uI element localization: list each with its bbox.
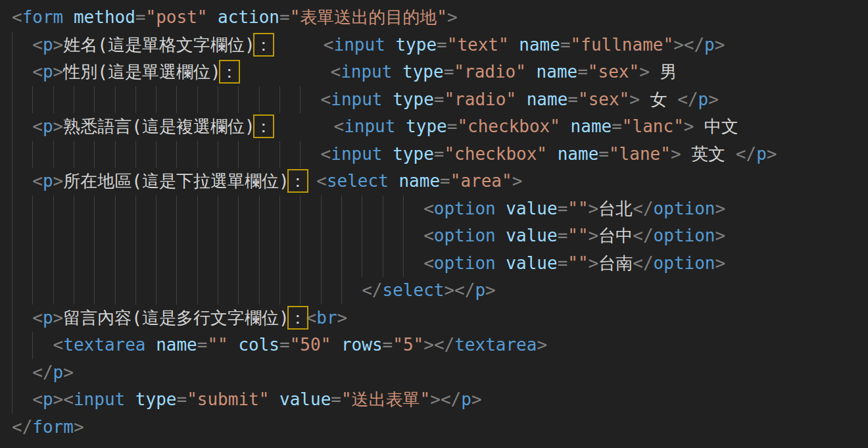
- token-punctuation: </: [633, 226, 653, 245]
- token-attribute-name: method: [74, 7, 135, 27]
- token-punctuation: >: [423, 335, 434, 355]
- indent-guides: [12, 86, 321, 114]
- token-text: [496, 253, 506, 273]
- token-punctuation: >: [337, 308, 348, 328]
- token-string: "": [567, 226, 588, 245]
- token-punctuation: <: [321, 144, 331, 164]
- unicode-highlight-colon: ：: [289, 171, 306, 191]
- code-line-6[interactable]: <input type="checkbox" name="lane"> 英文 <…: [12, 141, 868, 168]
- token-string: "表單送出的目的地": [290, 7, 447, 27]
- token-tag: option: [654, 253, 715, 273]
- token-punctuation: </: [434, 335, 454, 355]
- token-text: [228, 335, 239, 355]
- code-line-14[interactable]: </p>: [12, 359, 868, 387]
- token-text: [238, 62, 331, 82]
- token-string: "post": [146, 7, 208, 27]
- code-line-3[interactable]: <p>性別(這是單選欄位)： <input type="radio" name=…: [12, 59, 868, 86]
- token-text: [125, 389, 135, 409]
- token-text: 台北: [598, 199, 633, 218]
- code-line-12[interactable]: <p>留言內容(這是多行文字欄位)：<br>: [12, 305, 868, 332]
- code-line-4[interactable]: <input type="radio" name="sex"> 女 </p>: [12, 86, 868, 114]
- token-text: [526, 62, 537, 82]
- token-tag: p: [43, 62, 53, 82]
- token-tag: input: [74, 389, 125, 409]
- code-line-15[interactable]: <p><input type="submit" value="送出表單"></p…: [12, 386, 868, 414]
- token-tag: option: [654, 199, 715, 218]
- code-line-5[interactable]: <p>熟悉語言(這是複選欄位)： <input type="checkbox" …: [12, 113, 868, 141]
- token-punctuation: </: [633, 253, 653, 273]
- token-string: "checkbox": [457, 116, 560, 136]
- code-line-2[interactable]: <p>姓名(這是單格文字欄位)： <input type="text" name…: [12, 32, 868, 59]
- code-line-10[interactable]: <option value="">台南</option>: [12, 250, 868, 278]
- token-tag: form: [22, 7, 64, 27]
- code-line-7[interactable]: <p>所在地區(這是下拉選單欄位)： <select name="area">: [12, 168, 868, 195]
- token-text: 英文: [681, 144, 736, 164]
- token-string: "checkbox": [444, 144, 547, 164]
- token-punctuation: =: [331, 389, 341, 409]
- token-punctuation: =: [383, 335, 393, 355]
- code-line-8[interactable]: <option value="">台北</option>: [12, 195, 868, 223]
- token-punctuation: =: [558, 226, 568, 245]
- indent-guides: [12, 113, 32, 141]
- token-attribute-name: name: [537, 62, 578, 82]
- indent-guides: [12, 32, 32, 59]
- token-attribute-name: name: [519, 35, 560, 55]
- token-text: 性別(這是單選欄位): [63, 62, 220, 82]
- code-line-9[interactable]: <option value="">台中</option>: [12, 222, 868, 250]
- token-punctuation: >: [767, 144, 777, 164]
- token-punctuation: <: [32, 389, 43, 409]
- code-line-13[interactable]: <textarea name="" cols="50" rows="5"></t…: [12, 332, 868, 359]
- token-tag: p: [43, 116, 53, 136]
- token-tag: input: [341, 62, 392, 82]
- token-tag: option: [434, 199, 496, 218]
- token-punctuation: >: [430, 389, 441, 409]
- token-punctuation: <: [321, 89, 331, 109]
- code-editor[interactable]: <form method="post" action="表單送出的目的地"><p…: [0, 0, 868, 448]
- token-punctuation: =: [560, 35, 571, 55]
- code-line-1[interactable]: <form method="post" action="表單送出的目的地">: [12, 4, 868, 32]
- token-tag: p: [43, 308, 53, 328]
- code-line-11[interactable]: </select></p>: [12, 277, 868, 305]
- token-tag: input: [331, 144, 382, 164]
- token-text: 留言內容(這是多行文字欄位): [63, 308, 289, 328]
- token-punctuation: <: [53, 335, 64, 355]
- token-punctuation: <: [32, 62, 43, 82]
- token-tag: option: [434, 253, 496, 273]
- token-punctuation: </: [633, 199, 653, 218]
- token-punctuation: <: [423, 199, 434, 218]
- indent-guides: [12, 359, 32, 387]
- token-string: "radio": [444, 89, 516, 109]
- token-attribute-name: type: [135, 389, 177, 409]
- token-tag: p: [475, 280, 485, 300]
- token-attribute-name: cols: [238, 335, 279, 355]
- token-tag: p: [461, 389, 471, 409]
- token-punctuation: <: [330, 62, 341, 82]
- token-tag: option: [654, 226, 715, 245]
- token-string: "": [207, 335, 228, 355]
- token-punctuation: =: [440, 171, 450, 191]
- token-punctuation: <: [324, 35, 334, 55]
- token-tag: textarea: [63, 335, 145, 355]
- token-attribute-name: value: [506, 226, 557, 245]
- token-punctuation: >: [629, 89, 640, 109]
- code-line-16[interactable]: </form>: [12, 414, 868, 441]
- token-punctuation: =: [558, 253, 568, 273]
- token-punctuation: >: [639, 62, 650, 82]
- token-tag: p: [704, 35, 715, 55]
- token-punctuation: <: [334, 116, 345, 136]
- token-punctuation: <: [32, 116, 43, 136]
- token-punctuation: >: [471, 389, 482, 409]
- indent-guides: [12, 332, 53, 359]
- token-tag: p: [698, 89, 709, 109]
- unicode-highlight-colon: ：: [289, 308, 306, 328]
- token-punctuation: >: [671, 144, 681, 164]
- token-punctuation: </: [677, 89, 698, 109]
- token-text: [392, 62, 402, 82]
- token-tag: input: [334, 35, 385, 55]
- token-punctuation: </: [454, 280, 475, 300]
- indent-guides: [12, 386, 32, 414]
- token-text: [146, 335, 157, 355]
- token-text: 中文: [694, 116, 738, 136]
- token-string: "lanc": [622, 116, 684, 136]
- code-area: <form method="post" action="表單送出的目的地"><p…: [12, 4, 868, 441]
